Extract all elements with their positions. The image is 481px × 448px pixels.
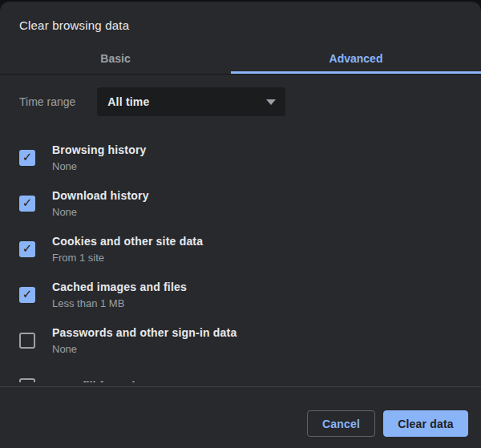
download-history-checkbox[interactable]: ✓ (19, 196, 35, 212)
data-type-list: ✓ Browsing history None ✓ Download histo… (0, 135, 481, 382)
row-label: Auto-fill form data (52, 380, 152, 383)
browsing-history-checkbox[interactable]: ✓ (19, 150, 35, 166)
dialog-content: Time range All time ✓ Browsing history N… (0, 75, 481, 382)
checkmark-icon: ✓ (22, 151, 33, 163)
row-browsing-history[interactable]: ✓ Browsing history None (0, 135, 481, 180)
row-label: Cookies and other site data (52, 235, 203, 248)
checkmark-icon: ✓ (22, 288, 33, 300)
clear-data-button[interactable]: Clear data (383, 410, 468, 437)
time-range-value: All time (107, 95, 266, 108)
tab-advanced-label: Advanced (329, 52, 383, 65)
tab-basic[interactable]: Basic (0, 43, 231, 74)
row-label: Browsing history (52, 143, 147, 156)
row-sublabel: Less than 1 MB (52, 297, 187, 309)
time-range-label: Time range (19, 95, 75, 108)
checkmark-icon: ✓ (22, 242, 33, 254)
row-sublabel: None (52, 206, 149, 218)
clear-browsing-data-dialog: Clear browsing data Basic Advanced Time … (0, 2, 481, 448)
row-cached-images[interactable]: ✓ Cached images and files Less than 1 MB (0, 272, 481, 317)
tab-advanced[interactable]: Advanced (231, 43, 481, 74)
row-download-history[interactable]: ✓ Download history None (0, 180, 481, 226)
chevron-down-icon (266, 99, 276, 105)
time-range-select[interactable]: All time (97, 87, 285, 116)
dialog-footer: Cancel Clear data (0, 386, 481, 448)
tab-basic-label: Basic (100, 52, 130, 65)
cookies-checkbox[interactable]: ✓ (19, 241, 35, 257)
dialog-title: Clear browsing data (19, 18, 462, 32)
row-sublabel: None (52, 160, 147, 172)
checkmark-icon: ✓ (22, 196, 33, 208)
tab-bar: Basic Advanced (0, 43, 481, 75)
row-label: Passwords and other sign-in data (52, 326, 236, 339)
cached-images-checkbox[interactable]: ✓ (19, 287, 35, 303)
passwords-checkbox[interactable]: ✓ (19, 333, 35, 349)
time-range-row: Time range All time (19, 87, 462, 116)
row-sublabel: None (52, 343, 236, 355)
row-label: Download history (52, 189, 149, 202)
row-autofill[interactable]: ✓ Auto-fill form data (0, 363, 481, 382)
row-passwords[interactable]: ✓ Passwords and other sign-in data None (0, 317, 481, 363)
row-cookies[interactable]: ✓ Cookies and other site data From 1 sit… (0, 226, 481, 272)
cancel-button[interactable]: Cancel (307, 410, 375, 437)
row-label: Cached images and files (52, 281, 187, 293)
row-sublabel: From 1 site (52, 252, 203, 264)
autofill-checkbox[interactable]: ✓ (19, 378, 35, 383)
